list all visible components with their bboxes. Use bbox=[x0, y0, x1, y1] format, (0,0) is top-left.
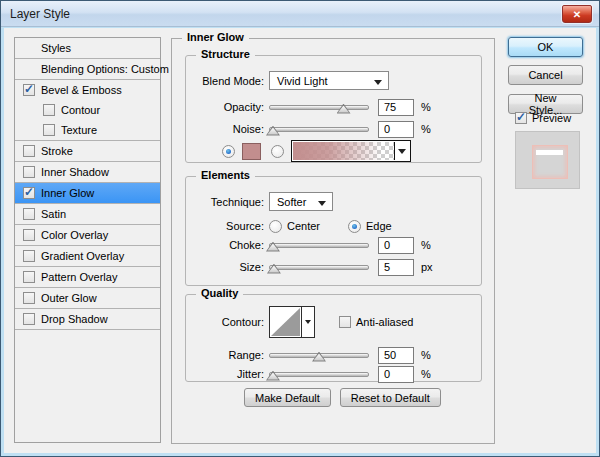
preview-layer-shape bbox=[532, 145, 568, 179]
layer-style-dialog: Layer Style ✕ ✓ Styles ✓ Blending Option… bbox=[0, 0, 600, 457]
sidebar-item-color-overlay[interactable]: ✓ Color Overlay bbox=[15, 225, 160, 246]
solid-color-radio[interactable] bbox=[222, 145, 235, 158]
sidebar-item-outer-glow[interactable]: ✓ Outer Glow bbox=[15, 288, 160, 309]
choke-unit: % bbox=[421, 239, 431, 251]
source-edge-label: Edge bbox=[366, 220, 392, 232]
chevron-down-icon bbox=[398, 149, 406, 154]
preview-toggle: ✓ Preview bbox=[515, 112, 571, 124]
sidebar-item-inner-shadow[interactable]: ✓ Inner Shadow bbox=[15, 162, 160, 183]
gradient-preview[interactable] bbox=[293, 142, 394, 160]
range-input[interactable] bbox=[378, 347, 414, 364]
sidebar-item-stroke[interactable]: ✓ Stroke bbox=[15, 141, 160, 162]
sidebar-item-bevel-emboss[interactable]: ✓ Bevel & Emboss bbox=[15, 80, 160, 100]
ok-button[interactable]: OK bbox=[508, 37, 583, 57]
gradient-overlay-checkbox[interactable]: ✓ bbox=[23, 250, 35, 262]
glow-color-swatch[interactable] bbox=[242, 143, 261, 160]
jitter-input[interactable] bbox=[378, 366, 414, 383]
jitter-label: Jitter: bbox=[190, 368, 264, 380]
contour-picker[interactable] bbox=[269, 306, 315, 338]
outer-glow-checkbox[interactable]: ✓ bbox=[23, 292, 35, 304]
source-label: Source: bbox=[190, 220, 264, 232]
noise-slider-thumb[interactable] bbox=[266, 126, 280, 136]
blend-mode-value: Vivid Light bbox=[277, 75, 328, 87]
sidebar-item-blending-options[interactable]: ✓ Blending Options: Custom bbox=[15, 59, 160, 80]
range-slider-thumb[interactable] bbox=[312, 352, 326, 362]
gradient-radio[interactable] bbox=[271, 145, 284, 158]
gradient-arrow-button[interactable] bbox=[394, 142, 409, 160]
inner-shadow-checkbox[interactable]: ✓ bbox=[23, 166, 35, 178]
chevron-down-icon bbox=[374, 80, 382, 85]
preview-checkbox[interactable]: ✓ bbox=[515, 112, 527, 124]
contour-thumbnail[interactable] bbox=[270, 307, 301, 337]
check-icon: ✓ bbox=[516, 110, 526, 124]
source-edge-radio[interactable] bbox=[348, 220, 361, 233]
sidebar-item-drop-shadow[interactable]: ✓ Drop Shadow bbox=[15, 309, 160, 330]
technique-select[interactable]: Softer bbox=[269, 192, 333, 211]
contour-checkbox[interactable]: ✓ bbox=[43, 104, 55, 116]
anti-aliased-checkbox[interactable]: ✓ bbox=[339, 316, 351, 328]
sidebar-item-label: Color Overlay bbox=[41, 229, 108, 241]
opacity-input[interactable] bbox=[378, 99, 414, 116]
opacity-slider-thumb[interactable] bbox=[337, 104, 351, 114]
size-unit: px bbox=[421, 261, 433, 273]
reset-to-default-button[interactable]: Reset to Default bbox=[340, 388, 441, 407]
sidebar-item-label: Inner Glow bbox=[41, 187, 94, 199]
noise-unit: % bbox=[421, 123, 431, 135]
sidebar-item-pattern-overlay[interactable]: ✓ Pattern Overlay bbox=[15, 267, 160, 288]
sidebar-item-label: Bevel & Emboss bbox=[41, 84, 122, 96]
sidebar-item-gradient-overlay[interactable]: ✓ Gradient Overlay bbox=[15, 246, 160, 267]
size-row: Size: px bbox=[190, 258, 477, 276]
drop-shadow-checkbox[interactable]: ✓ bbox=[23, 313, 35, 325]
quality-group: Quality Contour: ✓ Anti-aliased Range: bbox=[185, 294, 482, 382]
texture-checkbox[interactable]: ✓ bbox=[43, 124, 55, 136]
jitter-unit: % bbox=[421, 368, 431, 380]
source-center-label: Center bbox=[287, 220, 320, 232]
blend-mode-label: Blend Mode: bbox=[190, 75, 264, 87]
structure-legend: Structure bbox=[196, 48, 255, 60]
sidebar-item-label: Drop Shadow bbox=[41, 313, 108, 325]
sidebar-item-styles[interactable]: ✓ Styles bbox=[15, 38, 160, 59]
sidebar-item-inner-glow[interactable]: ✓ Inner Glow bbox=[15, 183, 160, 204]
jitter-slider[interactable] bbox=[269, 372, 369, 377]
size-slider-thumb[interactable] bbox=[267, 264, 281, 274]
jitter-slider-thumb[interactable] bbox=[266, 371, 280, 381]
sidebar-item-texture[interactable]: ✓ Texture bbox=[15, 120, 160, 141]
satin-checkbox[interactable]: ✓ bbox=[23, 208, 35, 220]
technique-row: Technique: Softer bbox=[190, 192, 477, 211]
blend-mode-select[interactable]: Vivid Light bbox=[269, 71, 389, 90]
make-default-button[interactable]: Make Default bbox=[244, 388, 331, 407]
anti-aliased-label: Anti-aliased bbox=[356, 316, 413, 328]
title-bar[interactable]: Layer Style ✕ bbox=[1, 1, 599, 27]
dialog-body: ✓ Styles ✓ Blending Options: Custom ✓ Be… bbox=[4, 28, 596, 453]
window-title: Layer Style bbox=[1, 7, 70, 21]
choke-slider-thumb[interactable] bbox=[266, 242, 280, 252]
color-overlay-checkbox[interactable]: ✓ bbox=[23, 229, 35, 241]
source-row: Source: Center Edge bbox=[190, 217, 477, 235]
sidebar-item-contour[interactable]: ✓ Contour bbox=[15, 100, 160, 120]
sidebar-item-label: Contour bbox=[61, 104, 100, 116]
sidebar-item-label: Inner Shadow bbox=[41, 166, 109, 178]
technique-label: Technique: bbox=[190, 196, 264, 208]
gradient-picker[interactable] bbox=[291, 140, 411, 162]
choke-slider[interactable] bbox=[269, 243, 369, 248]
sidebar-item-label: Styles bbox=[41, 42, 71, 54]
size-slider[interactable] bbox=[269, 265, 369, 270]
inner-glow-checkbox[interactable]: ✓ bbox=[23, 187, 35, 199]
contour-arrow-button[interactable] bbox=[301, 307, 314, 337]
cancel-button[interactable]: Cancel bbox=[508, 65, 583, 85]
pattern-overlay-checkbox[interactable]: ✓ bbox=[23, 271, 35, 283]
jitter-row: Jitter: % bbox=[190, 365, 477, 383]
size-input[interactable] bbox=[378, 259, 414, 276]
choke-input[interactable] bbox=[378, 237, 414, 254]
elements-legend: Elements bbox=[196, 169, 255, 181]
opacity-slider[interactable] bbox=[269, 105, 369, 110]
range-slider[interactable] bbox=[269, 353, 369, 358]
inner-glow-panel: Inner Glow Structure Blend Mode: Vivid L… bbox=[171, 38, 495, 444]
stroke-checkbox[interactable]: ✓ bbox=[23, 145, 35, 157]
bevel-emboss-checkbox[interactable]: ✓ bbox=[23, 84, 35, 96]
close-button[interactable]: ✕ bbox=[562, 5, 592, 23]
noise-slider[interactable] bbox=[269, 127, 369, 132]
source-center-radio[interactable] bbox=[269, 220, 282, 233]
sidebar-item-satin[interactable]: ✓ Satin bbox=[15, 204, 160, 225]
noise-input[interactable] bbox=[378, 121, 414, 138]
